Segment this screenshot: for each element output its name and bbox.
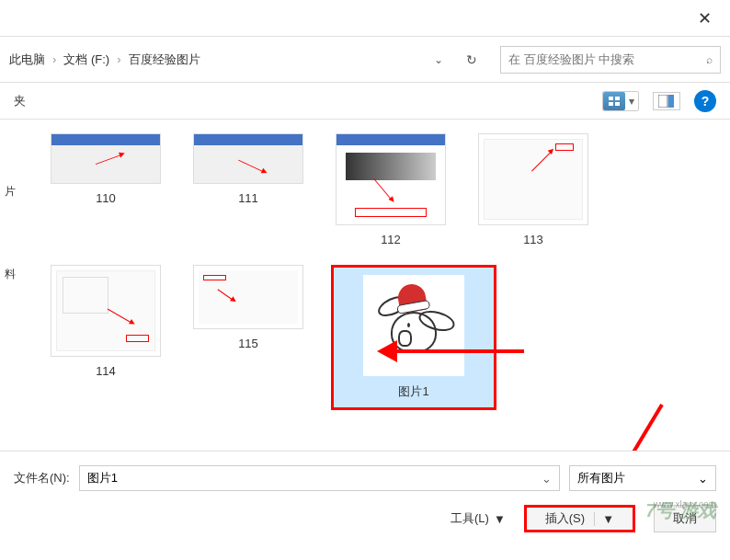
refresh-icon[interactable]: ↻ bbox=[452, 52, 491, 67]
svg-rect-2 bbox=[609, 102, 613, 106]
toolbar-label: 夹 bbox=[14, 93, 26, 109]
chevron-down-icon[interactable]: ▾ bbox=[625, 95, 638, 108]
svg-rect-4 bbox=[658, 95, 667, 108]
sidebar-text: 片 bbox=[5, 184, 16, 200]
insert-button[interactable]: 插入(S) ▼ bbox=[524, 505, 635, 532]
search-icon[interactable]: ⌕ bbox=[706, 53, 713, 66]
watermark: 7号 游戏 bbox=[645, 498, 716, 523]
filename-input[interactable]: 图片1 ⌄ bbox=[79, 465, 560, 491]
search-input[interactable] bbox=[508, 52, 706, 66]
chevron-down-icon[interactable]: ⌄ bbox=[698, 472, 708, 486]
file-item[interactable]: 113 bbox=[473, 133, 593, 246]
filename-value: 图片1 bbox=[87, 470, 118, 486]
file-thumbnail bbox=[51, 265, 161, 357]
file-thumbnail bbox=[193, 265, 303, 329]
preview-pane-icon[interactable] bbox=[653, 92, 680, 110]
filetype-value: 所有图片 bbox=[577, 470, 625, 486]
file-label: 114 bbox=[96, 364, 116, 378]
file-label: 115 bbox=[238, 337, 258, 350]
file-item[interactable]: 110 bbox=[46, 133, 165, 246]
chevron-down-icon[interactable]: ⌄ bbox=[425, 53, 452, 66]
navigation-bar: 此电脑 › 文档 (F:) › 百度经验图片 ⌄ ↻ ⌕ bbox=[0, 37, 730, 83]
svg-rect-3 bbox=[615, 102, 620, 106]
dialog-footer: 文件名(N): 图片1 ⌄ 所有图片 ⌄ 工具(L) ▼ 插入(S) ▼ 取消 bbox=[0, 451, 730, 546]
titlebar: ✕ bbox=[0, 0, 730, 37]
chevron-right-icon: › bbox=[117, 52, 120, 66]
filename-label: 文件名(N): bbox=[14, 470, 70, 486]
help-icon[interactable]: ? bbox=[694, 90, 716, 112]
sidebar-text: 料 bbox=[5, 267, 16, 282]
svg-rect-1 bbox=[615, 97, 620, 100]
file-item[interactable]: 111 bbox=[188, 133, 308, 246]
file-thumbnail bbox=[193, 133, 303, 184]
svg-rect-0 bbox=[609, 97, 613, 100]
search-box[interactable]: ⌕ bbox=[500, 46, 721, 74]
file-label: 112 bbox=[381, 233, 401, 246]
annotation-arrow bbox=[395, 349, 524, 353]
file-thumbnail bbox=[478, 133, 588, 225]
file-item[interactable]: 112 bbox=[331, 133, 451, 246]
file-label: 113 bbox=[523, 233, 543, 246]
file-browser-content: 片 料 110 111 bbox=[0, 120, 730, 451]
file-thumbnail bbox=[336, 133, 446, 225]
filetype-select[interactable]: 所有图片 ⌄ bbox=[569, 465, 716, 491]
file-label: 图片1 bbox=[398, 383, 428, 400]
file-item[interactable]: 114 bbox=[46, 265, 165, 410]
view-mode-selector[interactable]: ▾ bbox=[602, 91, 639, 111]
breadcrumb-item[interactable]: 此电脑 bbox=[9, 51, 45, 68]
file-item-selected[interactable]: 图片1 bbox=[331, 265, 496, 410]
file-label: 110 bbox=[96, 191, 116, 205]
breadcrumb-item[interactable]: 百度经验图片 bbox=[129, 51, 200, 68]
svg-rect-5 bbox=[668, 95, 674, 108]
svg-line-6 bbox=[579, 405, 662, 451]
file-item[interactable]: 115 bbox=[188, 265, 308, 410]
close-icon[interactable]: ✕ bbox=[689, 4, 721, 33]
file-label: 111 bbox=[238, 191, 258, 205]
chevron-down-icon[interactable]: ⌄ bbox=[542, 472, 552, 486]
toolbar: 夹 ▾ ? bbox=[0, 83, 730, 120]
breadcrumb-item[interactable]: 文档 (F:) bbox=[63, 51, 109, 68]
breadcrumb[interactable]: 此电脑 › 文档 (F:) › 百度经验图片 bbox=[9, 51, 425, 68]
thumbnail-view-icon[interactable] bbox=[603, 92, 625, 110]
file-thumbnail bbox=[51, 133, 161, 184]
chevron-down-icon: ▼ bbox=[494, 512, 506, 526]
chevron-down-icon[interactable]: ▼ bbox=[594, 512, 614, 526]
tools-button[interactable]: 工具(L) ▼ bbox=[451, 510, 506, 527]
chevron-right-icon: › bbox=[52, 52, 56, 66]
